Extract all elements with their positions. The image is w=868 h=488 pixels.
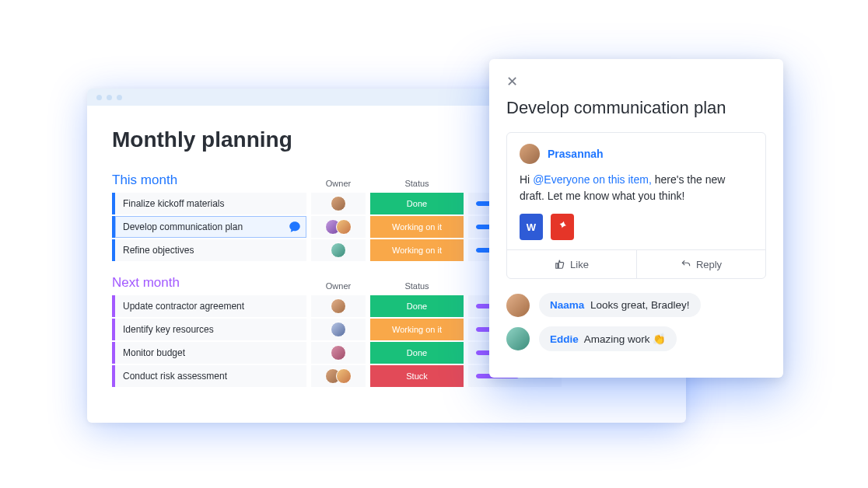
group-title[interactable]: Next month bbox=[112, 275, 306, 291]
task-name-cell[interactable]: Refine objectives bbox=[112, 239, 306, 261]
owner-cell[interactable] bbox=[311, 193, 366, 214]
item-detail-panel: ✕ Develop communication plan Prasannah H… bbox=[489, 59, 783, 378]
panel-title: Develop communication plan bbox=[506, 98, 766, 118]
task-name-cell[interactable]: Monitor budget bbox=[112, 342, 306, 364]
owner-cell[interactable] bbox=[311, 295, 366, 317]
task-name: Refine objectives bbox=[123, 245, 194, 256]
mention-link[interactable]: @Everyone on this item, bbox=[533, 173, 652, 186]
task-name: Develop communication plan bbox=[123, 221, 243, 232]
window-control-dot[interactable] bbox=[107, 95, 112, 100]
column-header-status: Status bbox=[370, 281, 464, 291]
avatar[interactable] bbox=[506, 327, 530, 350]
avatar[interactable] bbox=[336, 368, 352, 384]
task-name-cell[interactable]: Develop communication plan bbox=[112, 216, 306, 238]
status-cell[interactable]: Stuck bbox=[370, 365, 464, 387]
task-name-cell[interactable]: Identify key resources bbox=[112, 319, 306, 340]
task-name: Conduct risk assessment bbox=[123, 371, 227, 382]
avatar[interactable] bbox=[331, 242, 346, 258]
reply-bubble[interactable]: Eddie Amazing work 👏 bbox=[539, 326, 677, 351]
reply-author[interactable]: Eddie bbox=[550, 333, 579, 345]
reply-text: Looks great, Bradley! bbox=[587, 299, 689, 311]
owner-cell[interactable] bbox=[311, 239, 366, 261]
status-cell[interactable]: Done bbox=[370, 342, 464, 364]
avatar[interactable] bbox=[331, 345, 346, 361]
avatar[interactable] bbox=[520, 144, 540, 164]
reply-bubble[interactable]: Naama Looks great, Bradley! bbox=[539, 293, 701, 317]
comment-text: Hi @Everyone on this item, here's the ne… bbox=[520, 172, 753, 204]
reply-author[interactable]: Naama bbox=[550, 299, 584, 311]
reply-arrow-icon bbox=[681, 259, 691, 270]
avatar[interactable] bbox=[331, 298, 346, 314]
reply-text: Amazing work 👏 bbox=[582, 333, 667, 345]
task-name-cell[interactable]: Conduct risk assessment bbox=[112, 365, 306, 387]
comment-card: Prasannah Hi @Everyone on this item, her… bbox=[506, 132, 766, 279]
avatar[interactable] bbox=[331, 196, 346, 211]
column-header-owner: Owner bbox=[311, 179, 366, 188]
status-cell[interactable]: Done bbox=[370, 295, 464, 317]
conversation-icon[interactable] bbox=[288, 220, 302, 234]
task-name-cell[interactable]: Update contractor agreement bbox=[112, 295, 306, 317]
status-cell[interactable]: Working on it bbox=[370, 319, 464, 340]
column-header-status: Status bbox=[370, 179, 464, 188]
status-cell[interactable]: Done bbox=[370, 193, 464, 214]
reply-button[interactable]: Reply bbox=[636, 250, 765, 278]
window-control-dot[interactable] bbox=[96, 95, 102, 100]
close-icon[interactable]: ✕ bbox=[506, 74, 518, 89]
owner-cell[interactable] bbox=[311, 216, 366, 238]
owner-cell[interactable] bbox=[311, 342, 366, 364]
owner-cell[interactable] bbox=[311, 319, 366, 340]
task-name-cell[interactable]: Finalize kickoff materials bbox=[112, 193, 306, 214]
reply-row: Naama Looks great, Bradley! bbox=[506, 293, 766, 317]
pdf-doc-icon[interactable] bbox=[551, 214, 574, 240]
column-header-owner: Owner bbox=[311, 281, 366, 291]
avatar[interactable] bbox=[506, 294, 530, 317]
task-name: Finalize kickoff materials bbox=[123, 198, 225, 209]
thumbs-up-icon bbox=[555, 259, 565, 270]
like-button[interactable]: Like bbox=[507, 250, 636, 278]
window-control-dot[interactable] bbox=[117, 95, 122, 100]
task-name: Monitor budget bbox=[123, 347, 185, 358]
avatar[interactable] bbox=[336, 219, 352, 235]
reply-row: Eddie Amazing work 👏 bbox=[506, 326, 766, 351]
group-title[interactable]: This month bbox=[112, 173, 306, 188]
avatar[interactable] bbox=[331, 322, 346, 337]
status-cell[interactable]: Working on it bbox=[370, 239, 464, 261]
owner-cell[interactable] bbox=[311, 365, 366, 387]
comment-author[interactable]: Prasannah bbox=[548, 148, 604, 160]
status-cell[interactable]: Working on it bbox=[370, 216, 464, 238]
task-name: Identify key resources bbox=[123, 324, 214, 335]
task-name: Update contractor agreement bbox=[123, 301, 244, 312]
word-doc-icon[interactable]: W bbox=[520, 214, 543, 240]
